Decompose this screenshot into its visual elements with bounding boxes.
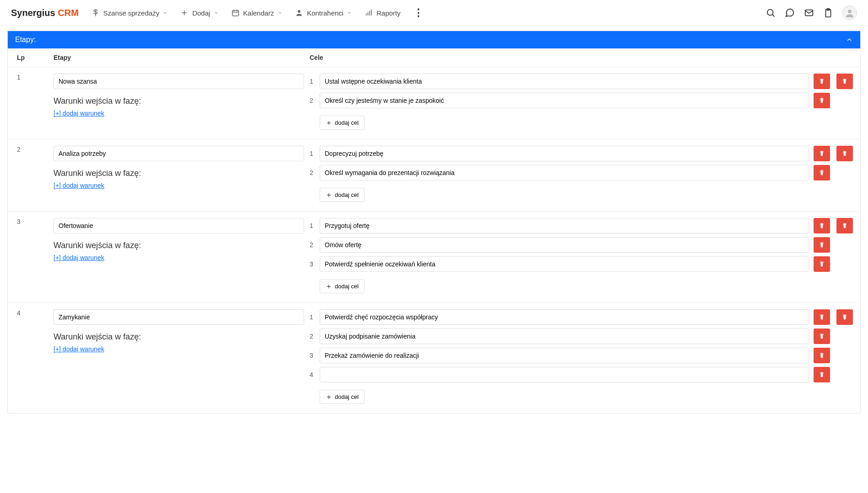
delete-goal-button[interactable] bbox=[814, 165, 830, 180]
add-condition-link[interactable]: [+] dodaj warunek bbox=[54, 345, 104, 353]
nav-reports[interactable]: Raporty bbox=[364, 9, 401, 17]
trash-icon bbox=[841, 222, 848, 229]
goal-item: 2 bbox=[310, 237, 830, 253]
svg-rect-28 bbox=[821, 170, 823, 170]
goals-column: 123dodaj cel bbox=[310, 218, 853, 293]
delete-stage-button[interactable] bbox=[836, 309, 853, 325]
svg-rect-42 bbox=[844, 223, 846, 223]
delete-goal-button[interactable] bbox=[814, 348, 830, 363]
header-lp: Lp bbox=[17, 54, 54, 61]
nav-contractors[interactable]: Kontrahenci bbox=[295, 9, 352, 17]
delete-goal-button[interactable] bbox=[814, 146, 830, 161]
mail-icon[interactable] bbox=[804, 8, 814, 18]
goal-input[interactable] bbox=[320, 146, 809, 161]
header-stages: Etapy bbox=[54, 54, 310, 61]
person-icon bbox=[295, 9, 303, 17]
nav-opportunities-label: Szanse sprzedaży bbox=[103, 9, 160, 17]
stage-name-input[interactable] bbox=[54, 309, 304, 325]
trash-icon bbox=[841, 313, 848, 321]
panel-header[interactable]: Etapy: bbox=[8, 31, 860, 48]
goal-input[interactable] bbox=[320, 74, 809, 89]
svg-rect-54 bbox=[844, 314, 846, 315]
goal-item: 1 bbox=[310, 218, 830, 233]
svg-rect-35 bbox=[820, 243, 824, 243]
goal-number: 1 bbox=[310, 222, 315, 229]
bar-chart-icon bbox=[364, 9, 373, 17]
calendar-icon bbox=[231, 9, 240, 17]
goal-input[interactable] bbox=[320, 309, 809, 325]
add-goal-button[interactable]: dodaj cel bbox=[320, 116, 364, 130]
trash-icon bbox=[841, 78, 848, 85]
svg-rect-34 bbox=[821, 223, 823, 223]
table-header: Lp Etapy Cele bbox=[8, 48, 860, 67]
delete-goal-button[interactable] bbox=[814, 93, 830, 108]
conditions-title: Warunki wejścia w fazę: bbox=[54, 96, 310, 106]
delete-goal-button[interactable] bbox=[814, 237, 830, 253]
delete-stage-button[interactable] bbox=[836, 218, 853, 233]
clipboard-icon[interactable] bbox=[823, 8, 833, 18]
goal-input[interactable] bbox=[320, 348, 809, 363]
goal-item: 1 bbox=[310, 146, 830, 161]
add-goal-button[interactable]: dodaj cel bbox=[320, 188, 364, 202]
goal-input[interactable] bbox=[320, 218, 809, 233]
svg-rect-31 bbox=[843, 151, 847, 152]
svg-rect-48 bbox=[821, 353, 823, 353]
stage-name-input[interactable] bbox=[54, 218, 304, 233]
nav-reports-label: Raporty bbox=[376, 9, 401, 17]
goal-input[interactable] bbox=[320, 367, 809, 382]
nav-calendar-label: Kalendarz bbox=[243, 9, 274, 17]
svg-rect-49 bbox=[820, 372, 824, 373]
stage-lp: 4 bbox=[17, 309, 54, 404]
goal-input[interactable] bbox=[320, 329, 809, 344]
more-menu[interactable]: ⋮ bbox=[413, 7, 423, 19]
goals-list: 12dodaj cel bbox=[310, 146, 830, 202]
goal-item: 3 bbox=[310, 256, 830, 272]
conditions-title: Warunki wejścia w fazę: bbox=[54, 332, 310, 342]
nav-opportunities[interactable]: Szanse sprzedaży bbox=[91, 9, 168, 17]
chevron-down-icon bbox=[214, 11, 219, 15]
delete-stage-button[interactable] bbox=[836, 74, 853, 89]
svg-rect-44 bbox=[821, 314, 823, 315]
svg-rect-20 bbox=[821, 98, 823, 98]
header-goals: Cele bbox=[310, 54, 853, 61]
goal-input[interactable] bbox=[320, 165, 809, 180]
search-icon[interactable] bbox=[766, 8, 776, 18]
goals-list: 12dodaj cel bbox=[310, 74, 830, 130]
avatar[interactable] bbox=[842, 5, 857, 20]
delete-goal-button[interactable] bbox=[814, 329, 830, 344]
add-goal-button[interactable]: dodaj cel bbox=[320, 279, 364, 293]
chat-icon[interactable] bbox=[785, 8, 795, 18]
chevron-down-icon bbox=[347, 11, 352, 15]
chevron-up-icon[interactable] bbox=[846, 36, 853, 43]
svg-rect-18 bbox=[821, 79, 823, 79]
topbar-right bbox=[766, 5, 857, 20]
delete-goal-button[interactable] bbox=[814, 367, 830, 382]
stage-name-input[interactable] bbox=[54, 74, 304, 89]
plus-icon bbox=[326, 192, 332, 198]
goal-input[interactable] bbox=[320, 256, 809, 272]
add-goal-button[interactable]: dodaj cel bbox=[320, 390, 364, 404]
dollar-icon bbox=[91, 9, 100, 17]
delete-stage-button[interactable] bbox=[836, 146, 853, 161]
stage-name-input[interactable] bbox=[54, 146, 304, 161]
goal-item: 1 bbox=[310, 74, 830, 89]
delete-goal-button[interactable] bbox=[814, 218, 830, 233]
add-goal-label: dodaj cel bbox=[335, 393, 359, 400]
add-condition-link[interactable]: [+] dodaj warunek bbox=[54, 254, 104, 261]
stage-column: Warunki wejścia w fazę:[+] dodaj warunek bbox=[54, 74, 310, 130]
delete-goal-button[interactable] bbox=[814, 74, 830, 89]
add-condition-link[interactable]: [+] dodaj warunek bbox=[54, 182, 104, 189]
nav-calendar[interactable]: Kalendarz bbox=[231, 9, 283, 17]
goal-number: 3 bbox=[310, 260, 315, 268]
add-condition-link[interactable]: [+] dodaj warunek bbox=[54, 110, 104, 117]
goal-input[interactable] bbox=[320, 237, 809, 253]
goal-input[interactable] bbox=[320, 93, 809, 108]
svg-rect-37 bbox=[820, 262, 824, 262]
panel-title: Etapy: bbox=[15, 36, 36, 44]
delete-goal-button[interactable] bbox=[814, 256, 830, 272]
goal-item: 3 bbox=[310, 348, 830, 363]
nav-add[interactable]: Dodaj bbox=[180, 9, 218, 17]
delete-goal-button[interactable] bbox=[814, 309, 830, 325]
stage-lp: 2 bbox=[17, 146, 54, 202]
svg-rect-36 bbox=[821, 242, 823, 243]
